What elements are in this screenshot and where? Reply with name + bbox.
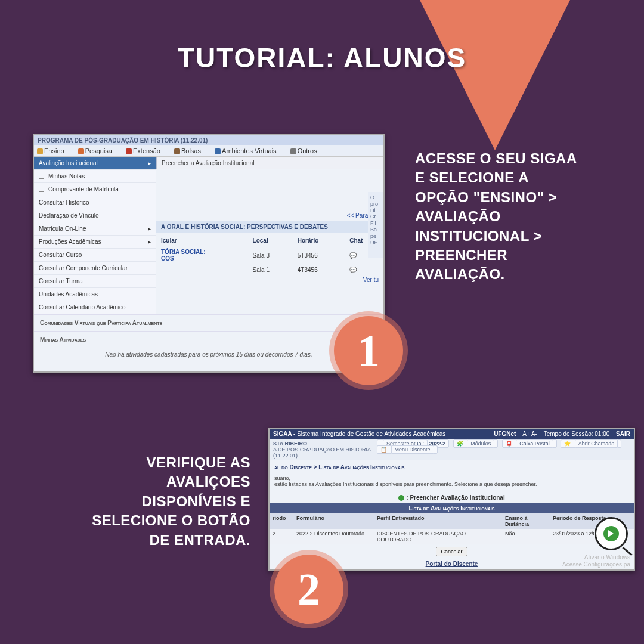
side-clipped-panel: OproHiCrFilBapeUE xyxy=(368,192,383,258)
cancelar-button[interactable]: Cancelar xyxy=(436,547,467,556)
table-header: ríodo Formulário Perfil Entrevistado Ens… xyxy=(270,513,634,529)
caixa-postal-button[interactable]: 📮 Caixa Postal xyxy=(502,439,557,448)
screenshot-step2: SIGAA - Sistema Integrado de Gestão de A… xyxy=(268,428,635,571)
menu-calendario[interactable]: Consultar Calendário Acadêmico xyxy=(34,301,156,314)
abrir-chamado-button[interactable]: ⭐ Abrir Chamado xyxy=(561,439,621,448)
menu-unidades[interactable]: Unidades Acadêmicas xyxy=(34,288,156,301)
font-size-controls[interactable]: A+ A- xyxy=(522,431,537,437)
chat-icon[interactable]: 💬 xyxy=(349,252,357,259)
page-title: TUTORIAL: ALUNOS xyxy=(0,42,644,74)
atividades-heading: Minhas Atividades xyxy=(34,331,383,348)
sigaa-topbar: SIGAA - Sistema Integrado de Gestão de A… xyxy=(270,429,634,439)
top-nav: Ensino Pesquisa Extensão Bolsas Ambiente… xyxy=(34,145,383,157)
turma-header: A ORAL E HISTÓRIA SOCIAL: PERSPECTIVAS E… xyxy=(156,221,383,233)
info-message: suário, estão listadas as Avaliações Ins… xyxy=(270,474,634,492)
enter-icon xyxy=(398,495,404,501)
table-row[interactable]: TÓRIA SOCIAL:COS Sala 3 5T3456 💬 xyxy=(156,246,383,264)
step-badge-1: 1 xyxy=(334,316,403,385)
program-header: PROGRAMA DE PÓS-GRADUAÇÃO EM HISTÓRIA (1… xyxy=(34,135,383,145)
menu-consultar-curso[interactable]: Consultar Curso xyxy=(34,249,156,262)
no-activities-text: Não há atividades cadastradas para os pr… xyxy=(34,348,383,361)
parar-link[interactable]: << Parar >> xyxy=(156,210,383,221)
menu-declaracao[interactable]: Declaração de Vínculo xyxy=(34,209,156,222)
menu-discente-button[interactable]: 📋 Menu Discente xyxy=(377,445,438,454)
chat-icon[interactable]: 💬 xyxy=(349,267,357,273)
menu-avaliacao-institucional[interactable]: Avaliação Institucional xyxy=(34,157,156,170)
menu-historico[interactable]: Consultar Histórico xyxy=(34,196,156,209)
enter-icon xyxy=(603,526,619,541)
nav-ensino[interactable]: Ensino xyxy=(37,147,70,154)
magnifier-highlight xyxy=(595,517,628,550)
user-info-bar: STA RIBEIRO A DE PÓS-GRADUAÇÃO EM HISTÓR… xyxy=(270,439,634,460)
menu-matricula-online[interactable]: Matrícula On-Line xyxy=(34,222,156,236)
nav-bolsas[interactable]: Bolsas xyxy=(174,147,207,154)
preencher-action: : Preencher Avaliação Institucional xyxy=(270,492,634,503)
decorative-triangle xyxy=(417,0,572,150)
ufgnet-link[interactable]: UFGNet xyxy=(494,431,516,437)
nav-pesquisa[interactable]: Pesquisa xyxy=(78,147,118,154)
sair-link[interactable]: SAIR xyxy=(616,431,630,437)
turmas-table: icular Local Horário Chat TÓRIA SOCIAL:C… xyxy=(156,235,383,275)
step2-instruction: VERIFIQUE AS AVALIÇOES DISPONÍVEIS E SEL… xyxy=(24,453,250,550)
menu-producoes[interactable]: Produções Acadêmicas xyxy=(34,236,156,249)
windows-activation-watermark: Ativar o WindowsAcesse Configurações pa xyxy=(562,554,630,568)
menu-consultar-componente[interactable]: Consultar Componente Curricular xyxy=(34,262,156,275)
breadcrumb: al do Discente > Lista de Avaliações Ins… xyxy=(270,460,634,474)
nav-extensao[interactable]: Extensão xyxy=(126,147,166,154)
screenshot-step1: PROGRAMA DE PÓS-GRADUAÇÃO EM HISTÓRIA (1… xyxy=(33,134,385,373)
step-badge-2: 2 xyxy=(274,555,343,624)
comunidades-heading: Comunidades Virtuais que Participa Atual… xyxy=(34,314,383,331)
modulos-button[interactable]: 🧩 Módulos xyxy=(453,439,499,448)
ensino-dropdown: Avaliação Institucional Minhas Notas Com… xyxy=(34,157,156,314)
step1-instruction: ACESSE O SEU SIGAA E SELECIONE A OPÇÃO "… xyxy=(415,149,630,284)
list-header: Lista de Avaliações Institucionais xyxy=(270,503,634,513)
menu-comprovante[interactable]: Comprovante de Matrícula xyxy=(34,183,156,196)
table-row: 2 2022.2 Discentes Doutorado DISCENTES D… xyxy=(270,529,634,544)
menu-minhas-notas[interactable]: Minhas Notas xyxy=(34,170,156,183)
nav-ambientes[interactable]: Ambientes Virtuais xyxy=(215,147,283,154)
nav-outros[interactable]: Outros xyxy=(290,147,323,154)
table-row[interactable]: Sala 1 4T3456 💬 xyxy=(156,264,383,275)
submenu-preencher-avaliacao[interactable]: Preencher a Avaliação Institucional xyxy=(156,157,383,169)
col-horario: Horário xyxy=(293,235,345,246)
menu-consultar-turma[interactable]: Consultar Turma xyxy=(34,275,156,288)
col-icular: icular xyxy=(156,235,248,246)
ver-turmas-link[interactable]: Ver tu xyxy=(156,275,383,284)
session-time: Tempo de Sessão: 01:00 xyxy=(544,431,610,437)
col-local: Local xyxy=(248,235,293,246)
